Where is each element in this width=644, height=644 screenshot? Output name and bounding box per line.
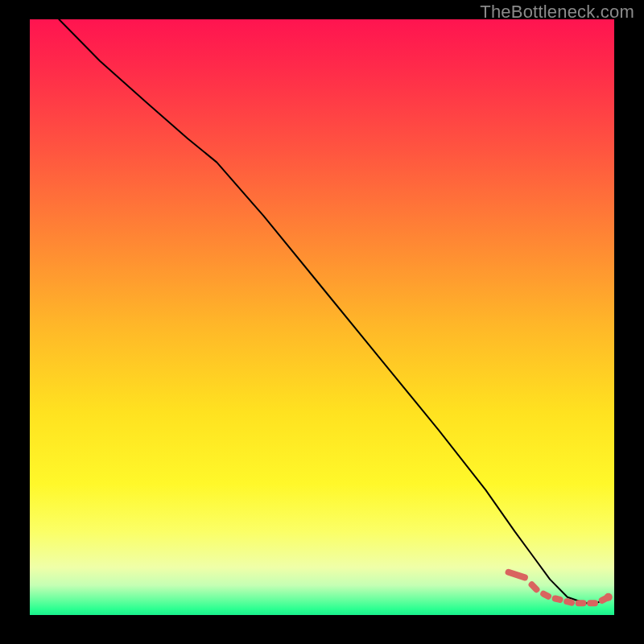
plot-area <box>30 19 614 615</box>
highlight-dash <box>555 599 560 600</box>
watermark-text: TheBottleneck.com <box>480 2 634 23</box>
highlight-dash <box>509 572 525 578</box>
highlight-dash <box>532 584 537 589</box>
chart-canvas: TheBottleneck.com <box>0 0 644 644</box>
end-dot <box>605 593 613 601</box>
chart-overlay <box>30 19 614 615</box>
bottleneck-curve <box>59 19 608 603</box>
highlight-dash <box>543 594 548 597</box>
highlight-dash <box>567 601 572 602</box>
